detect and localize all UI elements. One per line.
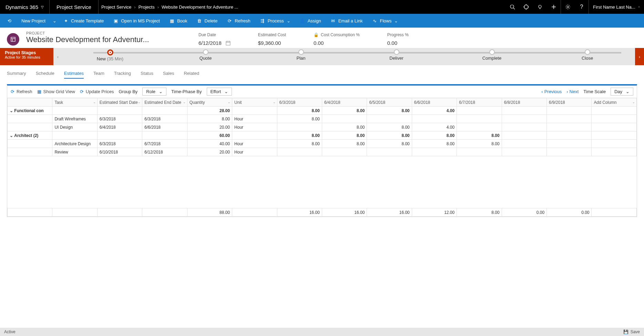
grid-cell[interactable] [502, 115, 546, 123]
tab-summary[interactable]: Summary [7, 69, 26, 79]
grid-cell[interactable] [97, 208, 142, 217]
grid-cell[interactable] [97, 131, 142, 140]
table-row[interactable]: Architecture Design6/3/20186/7/201840.00… [8, 140, 637, 148]
new-project-split[interactable]: ⌄ [51, 18, 58, 23]
tab-schedule[interactable]: Schedule [36, 69, 54, 79]
next-button[interactable]: ›Next [566, 89, 579, 94]
grid-cell[interactable]: 60.00 [187, 131, 232, 140]
product-name[interactable]: Project Service [50, 4, 98, 10]
grid-cell[interactable]: 8.00 [322, 107, 367, 115]
stage-next-button[interactable]: › [635, 48, 644, 65]
tab-related[interactable]: Related [184, 69, 199, 79]
grid-cell[interactable] [8, 208, 52, 217]
tab-estimates[interactable]: Estimates [64, 69, 84, 79]
grid-cell[interactable]: 8.00 [322, 140, 367, 148]
flows-button[interactable]: ∿Flows⌄ [368, 14, 402, 28]
grid-cell[interactable]: 88.00 [187, 208, 232, 217]
grid-cell[interactable]: 6/10/2018 [97, 148, 142, 156]
grid-cell[interactable] [592, 208, 637, 217]
assign-button[interactable]: 👤Assign [296, 14, 325, 28]
grid-cell[interactable] [277, 123, 322, 131]
back-button[interactable]: ⟲ [3, 14, 16, 28]
grid-cell[interactable] [367, 115, 412, 123]
create-template-button[interactable]: ✦Create Template [59, 14, 108, 28]
grid-cell[interactable] [547, 115, 592, 123]
show-grid-view-button[interactable]: ▦Show Grid View [37, 89, 75, 94]
grid-cell[interactable]: 6/3/2018 [97, 140, 142, 148]
column-header[interactable]: 6/3/2018 [277, 98, 322, 107]
time-scale-dropdown[interactable]: Day⌄ [611, 88, 633, 96]
time-phase-dropdown[interactable]: Effort⌄ [207, 88, 232, 96]
grid-cell[interactable] [97, 107, 142, 115]
grid-cell[interactable] [412, 115, 457, 123]
tab-team[interactable]: Team [93, 69, 104, 79]
process-flow-label[interactable]: Project Stages Active for 35 minutes [0, 48, 53, 65]
group-row[interactable]: ⌄ Functional con28.008.008.008.004.00 [8, 107, 637, 115]
grid-cell[interactable]: Hour [232, 115, 277, 123]
calendar-icon[interactable] [226, 41, 231, 46]
grid-cell[interactable]: 8.00 [412, 140, 457, 148]
column-header[interactable]: 6/4/2018 [322, 98, 367, 107]
grid-cell[interactable]: 6/6/2018 [142, 123, 187, 131]
grid-cell[interactable]: Hour [232, 140, 277, 148]
column-header[interactable]: 6/6/2018 [412, 98, 457, 107]
grid-cell[interactable]: 8.00 [322, 131, 367, 140]
grid-cell[interactable]: 28.00 [187, 107, 232, 115]
grid-cell[interactable]: ⌄ Architect (2) [8, 131, 52, 140]
grid-cell[interactable] [322, 115, 367, 123]
grid-cell[interactable] [142, 131, 187, 140]
stage-new[interactable]: New (35 Min) [62, 48, 158, 65]
grid-cell[interactable]: 8.00 [322, 123, 367, 131]
column-header[interactable]: Quantity⌄ [187, 98, 232, 107]
table-row[interactable]: Review6/10/20186/12/201820.00Hour [8, 148, 637, 156]
grid-cell[interactable]: 8.00 [277, 115, 322, 123]
open-ms-project-button[interactable]: ▣Open in MS Project [109, 14, 164, 28]
table-row[interactable]: UI Design6/4/20186/6/201820.00Hour8.008.… [8, 123, 637, 131]
stage-quote[interactable]: Quote [158, 48, 253, 65]
tab-sales[interactable]: Sales [163, 69, 174, 79]
book-button[interactable]: ▦Book [165, 14, 192, 28]
grid-cell[interactable] [412, 148, 457, 156]
grid-cell[interactable]: Review [52, 148, 97, 156]
grid-cell[interactable]: Hour [232, 148, 277, 156]
grid-cell[interactable] [547, 131, 592, 140]
grid-cell[interactable]: 8.00 [277, 107, 322, 115]
stage-deliver[interactable]: Deliver [349, 48, 444, 65]
group-by-dropdown[interactable]: Role⌄ [142, 88, 166, 96]
grid-cell[interactable]: 6/7/2018 [142, 140, 187, 148]
grid-cell[interactable] [502, 107, 546, 115]
grid-cell[interactable]: 4.00 [412, 123, 457, 131]
grid-refresh-button[interactable]: ⟳Refresh [11, 89, 32, 94]
grid-cell[interactable]: 8.00 [457, 131, 502, 140]
user-menu[interactable]: First Name Last Na... [589, 4, 644, 10]
grid-cell[interactable]: 20.00 [187, 148, 232, 156]
grid-cell[interactable]: 6/3/2018 [142, 115, 187, 123]
grid-cell[interactable] [142, 107, 187, 115]
grid-cell[interactable] [367, 148, 412, 156]
grid-cell[interactable] [592, 115, 637, 123]
grid-cell[interactable]: Architecture Design [52, 140, 97, 148]
grid-cell[interactable]: 12.00 [412, 208, 457, 217]
grid-cell[interactable]: 8.00 [187, 115, 232, 123]
gear-icon[interactable] [561, 0, 575, 14]
search-icon[interactable] [505, 0, 519, 14]
column-header[interactable]: Add Column⌄ [592, 98, 637, 107]
breadcrumb-item[interactable]: Website Development for Adventure ... [162, 4, 238, 10]
lightbulb-icon[interactable] [533, 0, 547, 14]
stage-complete[interactable]: Complete [444, 48, 540, 65]
grid-cell[interactable] [592, 107, 637, 115]
help-icon[interactable]: ? [575, 0, 589, 14]
grid-cell[interactable] [232, 131, 277, 140]
column-header[interactable]: Unit⌄ [232, 98, 277, 107]
breadcrumb-item[interactable]: Projects [139, 4, 155, 10]
grid-cell[interactable] [232, 107, 277, 115]
target-icon[interactable] [519, 0, 533, 14]
column-header[interactable]: 6/5/2018 [367, 98, 412, 107]
grid-cell[interactable] [232, 208, 277, 217]
grid-cell[interactable]: 8.00 [367, 123, 412, 131]
grid-cell[interactable] [8, 115, 52, 123]
process-button[interactable]: ⇶Process⌄ [256, 14, 295, 28]
grid-cell[interactable] [8, 148, 52, 156]
grid-cell[interactable] [52, 208, 97, 217]
grid-cell[interactable] [52, 131, 97, 140]
